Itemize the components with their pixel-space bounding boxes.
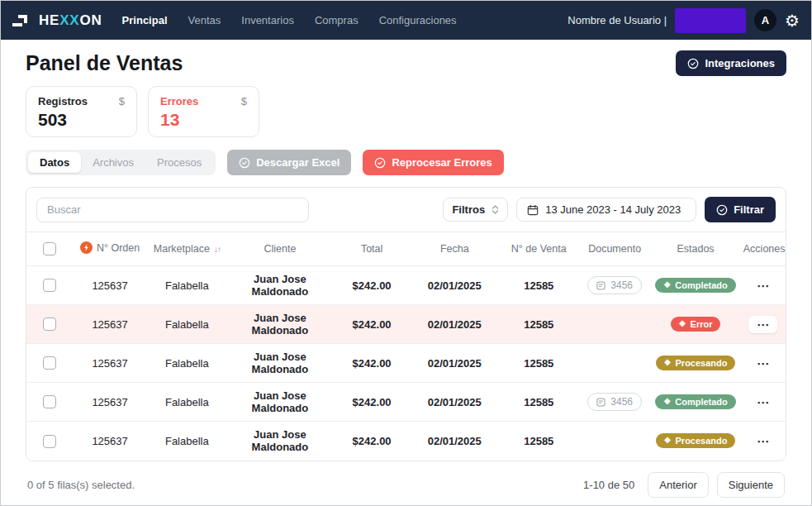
row-checkbox[interactable]	[43, 356, 56, 370]
cell-sale-number: 12585	[499, 383, 578, 422]
cell-order-number: 125637	[72, 344, 148, 383]
column-fecha[interactable]: Fecha	[410, 232, 499, 266]
previous-page-button[interactable]: Anterior	[648, 472, 709, 498]
filters-select[interactable]: Filtros	[443, 198, 508, 222]
filter-right-group: Filtros 13 June 2023 - 14 July 2023	[443, 197, 776, 222]
page-range-text: 1-10 de 50	[583, 479, 634, 491]
table-header: N° Orden Marketplace ↓↑ Cliente Total Fe…	[26, 232, 786, 266]
column-total[interactable]: Total	[334, 232, 410, 266]
circle-check-icon	[239, 157, 250, 169]
cell-client: Juan Jose Maldonado	[226, 344, 334, 383]
column-cliente[interactable]: Cliente	[226, 232, 334, 266]
download-excel-button[interactable]: Descargar Excel	[227, 150, 351, 175]
avatar[interactable]: A	[754, 9, 776, 31]
column-acciones[interactable]: Acciones	[740, 232, 786, 266]
tab-procesos[interactable]: Procesos	[145, 152, 213, 173]
cell-client: Juan Jose Maldonado	[226, 305, 334, 344]
status-badge: ❖ Completado	[655, 278, 736, 293]
date-range-picker[interactable]: 13 June 2023 - 14 July 2023	[516, 198, 696, 222]
gear-icon[interactable]: ⚙	[785, 12, 800, 29]
cell-marketplace: Falabella	[148, 305, 226, 344]
document-badge[interactable]: 3456	[587, 393, 642, 411]
table-footer: 0 of 5 filas(s) selected. 1-10 de 50 Ant…	[26, 461, 786, 506]
cell-date: 02/01/2025	[410, 305, 499, 344]
status-badge: ❖ Procesando	[656, 356, 736, 370]
nav-item-inventarios[interactable]: Inventarios	[241, 14, 294, 26]
circle-check-icon	[687, 58, 699, 69]
cell-date: 02/01/2025	[410, 383, 499, 422]
user-name-redacted-block	[675, 8, 746, 33]
stats-row: Registros $ 503 Errores $ 13	[26, 86, 786, 137]
stat-card-registros: Registros $ 503	[26, 86, 137, 137]
integrations-button[interactable]: Integraciones	[676, 50, 786, 76]
row-checkbox[interactable]	[43, 395, 56, 408]
table-row: 125637 Falabella Juan Jose Maldonado $24…	[26, 344, 786, 383]
sort-icon[interactable]: ↓↑	[214, 245, 221, 254]
nav-item-configuraciones[interactable]: Configuraciones	[379, 14, 457, 26]
integrations-label: Integraciones	[705, 57, 775, 69]
main-content: Panel de Ventas Integraciones Registros …	[1, 50, 811, 506]
row-checkbox[interactable]	[43, 435, 56, 448]
status-diamond-icon: ❖	[663, 281, 671, 289]
cell-sale-number: 12585	[499, 344, 578, 383]
table-row: 125637 Falabella Juan Jose Maldonado $24…	[26, 266, 786, 305]
document-badge[interactable]: 3456	[587, 276, 642, 294]
cell-marketplace: Falabella	[148, 266, 226, 305]
nav-item-compras[interactable]: Compras	[315, 14, 359, 26]
chevron-up-down-icon	[491, 204, 499, 215]
status-badge: ❖ Procesando	[656, 433, 736, 448]
cell-total: $242.00	[334, 305, 410, 344]
cell-client: Juan Jose Maldonado	[226, 266, 334, 305]
ellipsis-icon: ⋯	[757, 279, 769, 293]
ellipsis-icon: ⋯	[757, 434, 769, 448]
ellipsis-icon: ⋯	[757, 317, 769, 332]
column-marketplace[interactable]: Marketplace ↓↑	[148, 232, 226, 266]
row-checkbox[interactable]	[43, 279, 56, 292]
row-actions-button[interactable]: ⋯	[748, 316, 777, 333]
nav-item-principal[interactable]: Principal	[122, 14, 168, 26]
nav-menu: Principal Ventas Inventarios Compras Con…	[122, 14, 457, 26]
tab-datos[interactable]: Datos	[28, 152, 81, 173]
stat-card-errores: Errores $ 13	[148, 86, 259, 137]
hexxon-logo[interactable]: HEXXON	[12, 12, 102, 29]
cell-order-number: 125637	[72, 383, 148, 422]
cell-order-number: 125637	[72, 266, 148, 305]
stat-label: Errores	[160, 95, 198, 107]
filter-button[interactable]: Filtrar	[705, 197, 776, 222]
cell-marketplace: Falabella	[148, 422, 226, 461]
cell-sale-number: 12585	[499, 305, 578, 344]
cell-marketplace: Falabella	[148, 344, 226, 383]
cell-order-number: 125637	[72, 422, 148, 461]
row-checkbox[interactable]	[43, 317, 56, 331]
column-num-venta[interactable]: N° de Venta	[499, 232, 578, 266]
row-actions-button[interactable]: ⋯	[748, 277, 777, 294]
table-row: 125637 Falabella Juan Jose Maldonado $24…	[26, 383, 786, 422]
column-estados[interactable]: Estados	[651, 232, 740, 266]
cell-total: $242.00	[334, 422, 410, 461]
nav-item-ventas[interactable]: Ventas	[188, 14, 221, 26]
cell-client: Juan Jose Maldonado	[226, 383, 334, 422]
cell-total: $242.00	[334, 344, 410, 383]
stat-label: Registros	[38, 95, 88, 107]
ellipsis-icon: ⋯	[757, 356, 769, 370]
stat-value: 13	[160, 110, 247, 130]
select-all-checkbox[interactable]	[43, 242, 56, 255]
row-actions-button[interactable]: ⋯	[748, 355, 777, 372]
row-actions-button[interactable]: ⋯	[748, 432, 777, 450]
page-title: Panel de Ventas	[26, 51, 183, 75]
column-order[interactable]: N° Orden	[72, 232, 148, 266]
hexxon-logo-icon	[12, 14, 33, 27]
search-input[interactable]	[36, 198, 309, 222]
download-excel-label: Descargar Excel	[256, 156, 340, 169]
status-diamond-icon: ❖	[664, 437, 672, 445]
reprocess-errors-button[interactable]: Reprocesar Errores	[363, 150, 503, 175]
nav-right: Nombre de Usuario | A ⚙	[567, 8, 800, 33]
tabs-row: Datos Archivos Procesos Descargar Excel …	[26, 150, 786, 175]
tab-archivos[interactable]: Archivos	[81, 152, 145, 173]
cell-marketplace: Falabella	[148, 383, 226, 422]
top-navbar: HEXXON Principal Ventas Inventarios Comp…	[1, 1, 811, 40]
table-row: 125637 Falabella Juan Jose Maldonado $24…	[26, 305, 786, 344]
next-page-button[interactable]: Siguiente	[717, 472, 785, 498]
column-documento[interactable]: Documento	[578, 232, 651, 266]
row-actions-button[interactable]: ⋯	[748, 394, 777, 411]
